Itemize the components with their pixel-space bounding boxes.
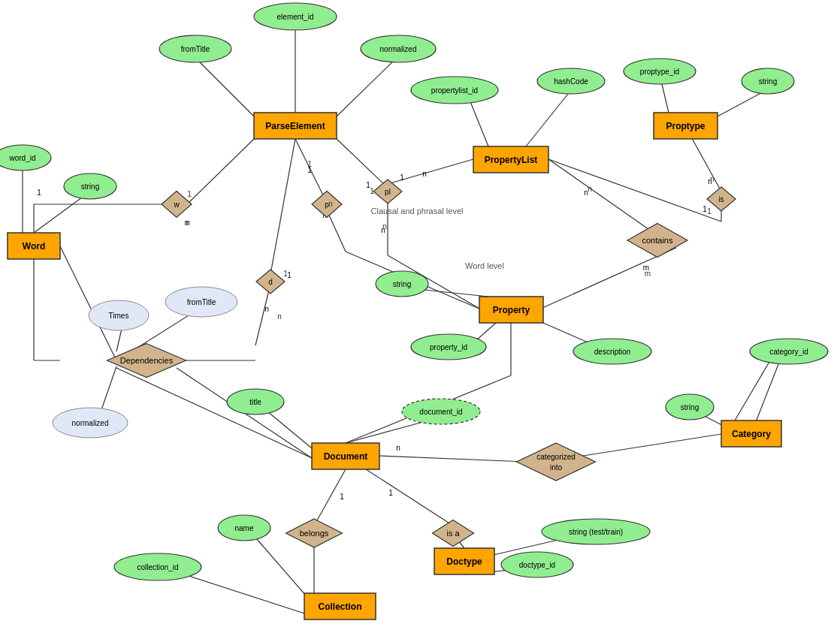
svg-text:collection_id: collection_id	[137, 563, 178, 571]
svg-text:pl: pl	[385, 188, 391, 196]
svg-text:word_id: word_id	[8, 154, 35, 162]
svg-text:contains: contains	[642, 236, 673, 245]
svg-line-31	[548, 159, 721, 222]
diagram-canvas: 1n1n1n1n1nnmn1nm1n1nWordParseElementProp…	[0, 0, 840, 627]
svg-text:hashCode: hashCode	[554, 77, 588, 86]
svg-text:1: 1	[400, 173, 404, 182]
svg-text:1: 1	[307, 160, 312, 168]
svg-text:n: n	[422, 170, 427, 178]
svg-text:fromTitle: fromTitle	[181, 45, 210, 53]
svg-text:n: n	[710, 175, 715, 183]
svg-text:n: n	[382, 222, 387, 231]
svg-text:n: n	[184, 219, 189, 227]
svg-text:m: m	[645, 270, 651, 278]
svg-text:Proptype: Proptype	[666, 121, 705, 131]
svg-text:n: n	[588, 185, 592, 193]
svg-line-18	[270, 139, 295, 274]
svg-line-58	[526, 90, 571, 146]
svg-text:PropertyList: PropertyList	[485, 155, 538, 165]
svg-line-2	[187, 139, 254, 204]
svg-text:string (test/train): string (test/train)	[569, 528, 623, 536]
svg-text:description: description	[594, 348, 630, 356]
svg-text:categorized: categorized	[536, 453, 576, 461]
svg-text:1: 1	[187, 190, 192, 198]
svg-text:n: n	[396, 444, 400, 452]
svg-text:string: string	[759, 77, 777, 86]
svg-marker-107	[517, 443, 596, 481]
svg-text:string: string	[393, 280, 411, 288]
svg-text:element_id: element_id	[277, 13, 314, 21]
svg-text:1: 1	[340, 493, 344, 501]
svg-text:1: 1	[707, 207, 712, 216]
svg-text:Property: Property	[493, 305, 530, 315]
svg-line-10	[337, 139, 388, 188]
svg-line-60	[718, 90, 766, 116]
svg-line-68	[173, 571, 323, 619]
svg-text:normalized: normalized	[72, 419, 109, 427]
svg-line-57	[470, 100, 488, 146]
svg-text:belongs: belongs	[300, 529, 329, 538]
svg-text:n: n	[277, 312, 282, 321]
svg-text:into: into	[550, 463, 563, 472]
svg-text:1: 1	[283, 270, 288, 278]
svg-line-54	[337, 56, 398, 116]
svg-line-36	[116, 368, 312, 458]
svg-text:w: w	[173, 200, 180, 209]
svg-text:doctype_id: doctype_id	[519, 561, 555, 569]
svg-text:Word level: Word level	[465, 261, 504, 270]
svg-text:property_id: property_id	[430, 343, 467, 351]
svg-text:Collection: Collection	[318, 601, 361, 612]
svg-line-42	[579, 434, 721, 457]
svg-text:Doctype: Doctype	[446, 556, 482, 567]
svg-text:name: name	[234, 524, 253, 532]
svg-line-61	[417, 289, 488, 297]
svg-line-25	[548, 159, 654, 233]
svg-text:1: 1	[287, 271, 292, 279]
svg-text:1: 1	[370, 187, 374, 195]
svg-line-59	[661, 81, 669, 113]
svg-text:string: string	[81, 182, 99, 191]
svg-text:is a: is a	[446, 529, 460, 538]
svg-text:string: string	[681, 403, 699, 411]
er-diagram: 1n1n1n1n1nnmn1nm1n1nWordParseElementProp…	[0, 0, 840, 627]
svg-text:proptype_id: proptype_id	[640, 68, 679, 76]
svg-text:is: is	[718, 195, 724, 203]
svg-text:propertylist_id: propertylist_id	[431, 86, 478, 95]
svg-line-39	[379, 456, 526, 462]
svg-text:title: title	[249, 398, 261, 406]
svg-text:Document: Document	[324, 451, 368, 462]
svg-text:n: n	[328, 200, 333, 208]
svg-line-19	[255, 284, 270, 345]
svg-text:Category: Category	[732, 429, 771, 439]
svg-text:n: n	[264, 305, 269, 313]
svg-line-64	[735, 357, 772, 421]
svg-line-53	[198, 60, 254, 116]
svg-text:1: 1	[388, 489, 393, 497]
svg-text:ParseElement: ParseElement	[265, 121, 325, 131]
svg-line-8	[327, 210, 346, 252]
svg-text:normalized: normalized	[380, 45, 417, 53]
svg-text:Times: Times	[109, 312, 129, 320]
svg-text:Dependencies: Dependencies	[120, 356, 174, 365]
svg-text:category_id: category_id	[769, 348, 808, 356]
svg-line-48	[366, 469, 453, 526]
svg-text:d: d	[268, 278, 273, 286]
svg-text:Word: Word	[23, 241, 45, 252]
svg-text:Clausal and phrasal level: Clausal and phrasal level	[371, 206, 464, 216]
svg-text:1: 1	[37, 188, 41, 197]
svg-text:fromTitle: fromTitle	[187, 298, 216, 306]
svg-text:document_id: document_id	[419, 408, 462, 416]
